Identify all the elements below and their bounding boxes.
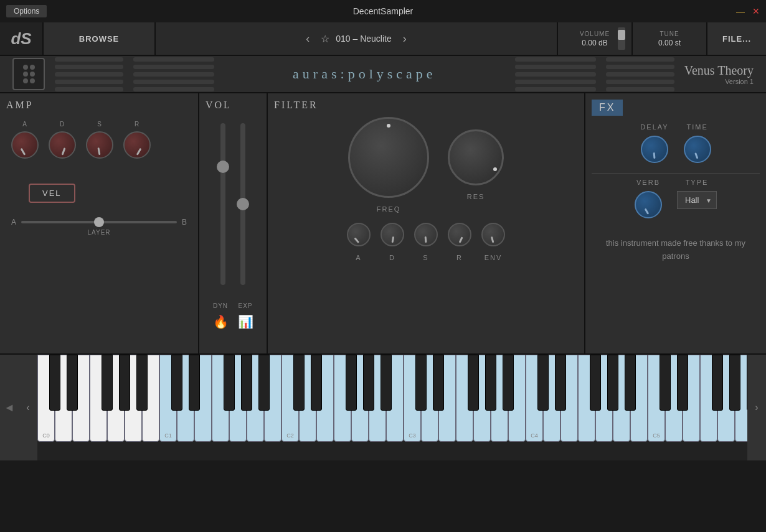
exp-icon[interactable]: 📊 [235,312,255,332]
filter-sustain-knob[interactable] [414,223,438,246]
minimize-button[interactable]: — [736,6,745,16]
filter-decay-knob[interactable] [381,223,404,246]
black-key[interactable] [311,355,322,411]
delay-group: DELAY [640,123,668,163]
fx-verb-row: VERB TYPE Hall Room Plate Spring [592,179,760,218]
prev-preset-button[interactable]: ‹ [301,30,314,48]
filter-d-group: D [381,223,404,261]
filter-a-group: A [347,223,371,261]
time-knob[interactable] [684,136,711,163]
black-key[interactable] [381,355,392,411]
black-key[interactable] [119,355,130,411]
black-key[interactable] [660,355,671,411]
black-key[interactable] [485,355,496,411]
black-key[interactable] [503,355,514,411]
verb-knob[interactable] [635,191,662,218]
brand-logo: Venus Theory [684,63,754,78]
fx-title: FX [592,100,623,116]
filter-freq-knob[interactable] [348,117,429,198]
vel-button[interactable]: VEL [29,184,75,203]
keyboard-scroll-right-button[interactable]: › [747,355,766,460]
octave-4: C4 [526,355,648,460]
amp-attack-knob[interactable] [11,131,39,159]
amp-knob-a-group: A [11,121,39,159]
layer-a-label: A [11,218,16,226]
options-button[interactable]: Options [6,5,47,17]
black-key[interactable] [363,355,374,411]
filter-freq-label: FREQ [377,205,401,213]
nav-bar: dS BROWSE ‹ ☆ 010 – Neuclite › VOLUME 0.… [0,22,766,56]
black-key[interactable] [625,355,636,411]
filter-attack-knob[interactable] [347,223,371,246]
browse-button[interactable]: BROWSE [44,22,156,55]
black-key[interactable] [590,355,601,411]
octave-5: C5 [648,355,747,460]
volume-slider[interactable] [618,27,625,50]
filter-res-knob[interactable] [448,129,504,185]
type-select[interactable]: Hall Room Plate Spring [677,191,717,209]
next-preset-button[interactable]: › [398,30,412,48]
vol-slider-2[interactable] [237,123,249,297]
black-key[interactable] [224,355,235,411]
amp-knob-d-label: D [60,121,65,128]
amp-knob-r-label: R [135,121,139,128]
black-key[interactable] [67,355,78,411]
verb-label: VERB [636,179,660,186]
black-key[interactable] [346,355,357,411]
black-key[interactable] [729,355,740,411]
layer-section: A B LAYER [6,218,192,236]
black-key[interactable] [677,355,688,411]
fx-divider [592,173,760,174]
octave-1: C1 [159,355,281,460]
black-key[interactable] [433,355,444,411]
vol-slider-thumb-1 [217,161,229,173]
type-label: TYPE [686,179,709,186]
filter-release-knob[interactable] [448,223,471,246]
volume-value: 0.00 dB [582,39,607,47]
piano: C0C1C2C3C4C5C6 [37,355,747,460]
keyboard-scroll-left-button[interactable]: ‹ [19,355,37,460]
black-key[interactable] [136,355,148,411]
black-key[interactable] [415,355,427,411]
octave-3: C3 [404,355,526,460]
black-key[interactable] [468,355,479,411]
amp-release-knob[interactable] [123,131,151,159]
delay-label: DELAY [640,123,668,131]
keyboard-area: ◄ ‹ C0C1C2C3C4C5C6 › [0,355,766,460]
logo-text: dS [11,29,31,49]
key-label: C5 [653,432,660,439]
amp-decay-knob[interactable] [49,131,76,159]
black-key[interactable] [49,355,60,411]
dyn-exp-row: DYN 🔥 EXP 📊 [206,302,260,332]
speaker-icon [12,58,45,90]
plugin-title: auras:polyscape [293,66,437,82]
amp-knob-r-group: R [123,121,151,159]
dyn-icon[interactable]: 🔥 [210,312,230,332]
black-key[interactable] [258,355,270,411]
filter-a-label: A [356,254,361,261]
black-key[interactable] [537,355,549,411]
delay-knob[interactable] [641,136,668,163]
layer-slider[interactable] [21,221,177,223]
vol-sliders [206,123,260,297]
black-key[interactable] [607,355,618,411]
black-key[interactable] [102,355,113,411]
vol-slider-1[interactable] [217,123,229,297]
tune-label: TUNE [660,30,679,37]
black-key[interactable] [712,355,723,411]
black-key[interactable] [241,355,252,411]
filter-env-knob[interactable] [481,223,505,246]
left-vents [55,57,123,91]
app-title: DecentSampler [353,6,414,16]
amp-knob-s-group: S [86,121,113,159]
favorite-button[interactable]: ☆ [321,33,329,45]
black-key[interactable] [171,355,182,411]
file-button[interactable]: FILE... [707,22,766,55]
key-label: C1 [164,432,172,439]
black-key[interactable] [555,355,566,411]
amp-sustain-knob[interactable] [86,131,113,159]
black-key[interactable] [293,355,305,411]
close-button[interactable]: ✕ [752,6,760,16]
plugin-header: auras:polyscape Venus Theory Version 1 [0,56,766,93]
black-key[interactable] [189,355,200,411]
